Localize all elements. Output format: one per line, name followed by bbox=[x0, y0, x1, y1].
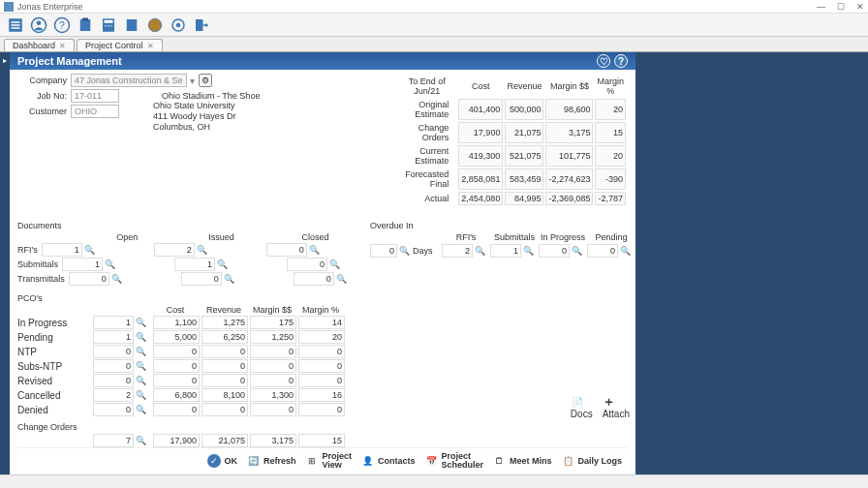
pco-cell: 0 bbox=[298, 403, 345, 416]
search-icon[interactable]: 🔍 bbox=[111, 274, 123, 284]
help-icon-button[interactable]: ? bbox=[52, 15, 72, 35]
search-icon[interactable]: 🔍 bbox=[620, 246, 631, 256]
daily-logs-button[interactable]: 📋Daily Logs bbox=[561, 452, 622, 470]
search-icon[interactable]: 🔍 bbox=[224, 274, 235, 284]
pco-cell: 0 bbox=[202, 345, 248, 358]
search-icon[interactable]: 🔍 bbox=[136, 318, 146, 327]
search-icon[interactable]: 🔍 bbox=[197, 245, 208, 255]
home-icon-button[interactable] bbox=[6, 15, 25, 35]
search-icon[interactable]: 🔍 bbox=[399, 246, 410, 256]
search-icon[interactable]: 🔍 bbox=[136, 390, 146, 400]
pco-cell: 1,250 bbox=[250, 330, 296, 344]
summary-cell: 101,775 bbox=[545, 145, 593, 167]
search-icon[interactable]: 🔍 bbox=[136, 405, 146, 414]
pco-cell: 0 bbox=[250, 359, 296, 373]
search-icon[interactable]: 🔍 bbox=[136, 332, 146, 342]
pco-count-cell[interactable]: 0 bbox=[93, 403, 134, 416]
close-button[interactable]: ✕ bbox=[856, 2, 864, 12]
search-icon[interactable]: 🔍 bbox=[84, 245, 96, 255]
calculator-icon-button[interactable] bbox=[99, 15, 118, 35]
days-label: Days bbox=[413, 246, 433, 256]
docs-col-header: Closed bbox=[268, 232, 362, 242]
search-icon[interactable]: 🔍 bbox=[136, 436, 146, 445]
overdue-cell[interactable]: 0 bbox=[539, 244, 570, 258]
clipboard2-icon-button[interactable] bbox=[122, 15, 141, 35]
meet-mins-button[interactable]: 🗒Meet Mins bbox=[493, 452, 552, 470]
docs-cell[interactable]: 0 bbox=[287, 258, 327, 271]
docs-cell[interactable]: 0 bbox=[181, 272, 222, 286]
search-icon[interactable]: 🔍 bbox=[329, 259, 341, 269]
docs-cell[interactable]: 1 bbox=[174, 258, 215, 271]
pco-cell: 20 bbox=[298, 330, 345, 344]
help-icon[interactable]: ? bbox=[614, 54, 628, 68]
customer-field[interactable] bbox=[71, 105, 119, 118]
pco-cell: 0 bbox=[153, 359, 200, 373]
pco-count-cell[interactable]: 1 bbox=[93, 316, 134, 329]
minimize-button[interactable]: — bbox=[817, 2, 825, 12]
overdue-col-header: RFI's bbox=[442, 232, 490, 242]
overdue-cell[interactable]: 2 bbox=[442, 244, 473, 258]
pco-count-cell[interactable]: 0 bbox=[93, 359, 134, 373]
exit-icon-button[interactable] bbox=[192, 15, 211, 35]
attach-button[interactable]: ＋Attach bbox=[603, 395, 630, 419]
gear-sync-icon-button[interactable] bbox=[169, 15, 188, 35]
docs-cell[interactable]: 1 bbox=[42, 243, 82, 257]
addr-line1: Ohio State University bbox=[153, 101, 401, 111]
summary-row-label: Forecasted Final bbox=[403, 168, 456, 190]
search-icon[interactable]: 🔍 bbox=[136, 376, 146, 385]
co-count-cell[interactable]: 7 bbox=[93, 434, 134, 447]
refresh-button[interactable]: 🔄Refresh bbox=[247, 452, 296, 470]
svg-point-2 bbox=[37, 20, 42, 25]
search-icon[interactable]: 🔍 bbox=[136, 347, 146, 356]
tab-close-icon[interactable]: ✕ bbox=[59, 42, 66, 50]
summary-cell: 21,075 bbox=[505, 122, 543, 143]
pco-count-cell[interactable]: 0 bbox=[93, 374, 134, 387]
project-scheduler-button[interactable]: 📅Project Scheduler bbox=[424, 452, 483, 470]
docs-cell[interactable]: 0 bbox=[294, 272, 334, 286]
search-icon[interactable]: 🔍 bbox=[572, 246, 582, 256]
docs-cell[interactable]: 2 bbox=[154, 243, 195, 257]
overdue-cell[interactable]: 0 bbox=[587, 244, 618, 258]
paste-icon-button[interactable] bbox=[76, 15, 95, 35]
company-field[interactable] bbox=[71, 74, 187, 87]
pco-col-header: Margin $$ bbox=[248, 305, 296, 315]
overdue-cell[interactable]: 1 bbox=[490, 244, 521, 258]
pco-count-cell[interactable]: 1 bbox=[93, 330, 134, 344]
summary-cell: -390 bbox=[595, 168, 626, 190]
pco-count-cell[interactable]: 2 bbox=[93, 388, 134, 402]
tab-dashboard[interactable]: Dashboard✕ bbox=[4, 39, 75, 51]
summary-table: To End of Jun/21 Cost Revenue Margin $$ … bbox=[401, 74, 628, 207]
company-gear-button[interactable]: ⚙ bbox=[199, 74, 212, 87]
globe-icon-button[interactable] bbox=[145, 15, 165, 35]
tab-project-control[interactable]: Project Control✕ bbox=[77, 39, 163, 51]
search-icon[interactable]: 🔍 bbox=[523, 246, 534, 256]
pco-count-cell[interactable]: 0 bbox=[93, 345, 134, 358]
ok-button[interactable]: ✓OK bbox=[207, 452, 237, 470]
search-icon[interactable]: 🔍 bbox=[309, 245, 321, 255]
project-view-button[interactable]: ⊞Project View bbox=[305, 452, 352, 470]
dropdown-icon[interactable]: ▾ bbox=[187, 76, 197, 86]
jobno-field[interactable] bbox=[71, 89, 119, 103]
contacts-button[interactable]: 👤Contacts bbox=[361, 452, 416, 470]
tab-close-icon[interactable]: ✕ bbox=[147, 42, 154, 50]
docs-cell[interactable]: 1 bbox=[62, 258, 103, 271]
docs-cell[interactable]: 0 bbox=[69, 272, 109, 286]
search-icon[interactable]: 🔍 bbox=[336, 274, 348, 284]
favorite-icon[interactable]: ♡ bbox=[597, 54, 610, 68]
docs-button[interactable]: 📄Docs bbox=[571, 395, 593, 419]
docs-cell[interactable]: 0 bbox=[266, 243, 307, 257]
summary-cell: 20 bbox=[595, 145, 626, 167]
search-icon[interactable]: 🔍 bbox=[475, 246, 485, 256]
summary-cell: 20 bbox=[595, 99, 626, 120]
period-label: To End of Jun/21 bbox=[403, 76, 456, 97]
summary-cell: -2,274,623 bbox=[545, 168, 593, 190]
summary-cell: 583,459 bbox=[505, 168, 543, 190]
search-icon[interactable]: 🔍 bbox=[136, 361, 146, 371]
side-expander[interactable]: ▸ bbox=[0, 52, 10, 474]
search-icon[interactable]: 🔍 bbox=[105, 259, 116, 269]
maximize-button[interactable]: ☐ bbox=[837, 2, 845, 12]
search-icon[interactable]: 🔍 bbox=[217, 259, 229, 269]
overdue-days-field[interactable]: 0 bbox=[370, 244, 397, 258]
pco-cell: 0 bbox=[153, 403, 200, 416]
user-icon-button[interactable] bbox=[29, 15, 48, 35]
